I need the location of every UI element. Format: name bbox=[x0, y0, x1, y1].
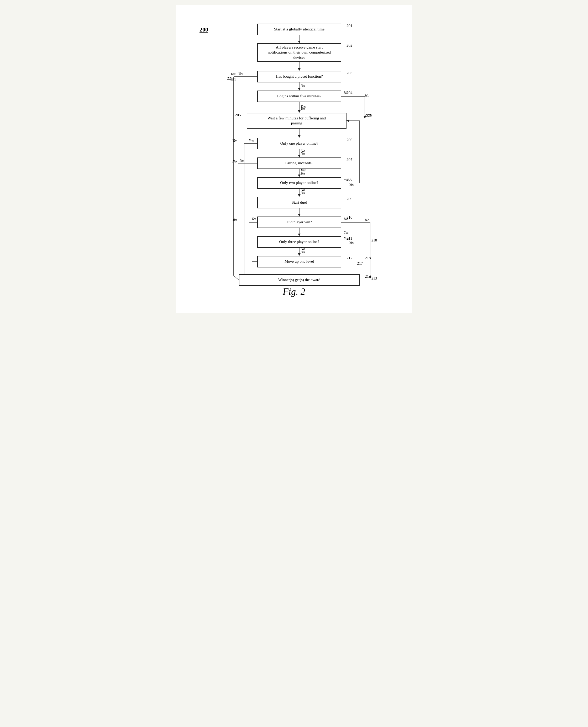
label-220: 220 bbox=[365, 113, 371, 117]
ref-213: 213 bbox=[365, 274, 371, 279]
label-no-210: No bbox=[365, 218, 370, 222]
label-no-204: No bbox=[365, 93, 370, 98]
svg-marker-57 bbox=[298, 253, 300, 256]
ref-207: 207 bbox=[346, 157, 353, 162]
label-yes-204: Yes bbox=[300, 104, 306, 109]
ref-201: 201 bbox=[346, 24, 353, 28]
ref-205: 205 bbox=[235, 113, 241, 117]
ref-218: 218 bbox=[365, 256, 371, 260]
figure-caption: Fig. 2 bbox=[192, 286, 396, 297]
box-201: Start at a globally identical time bbox=[257, 24, 341, 35]
svg-marker-41 bbox=[298, 214, 300, 216]
label-221: 221 bbox=[227, 76, 233, 81]
ref-210: 210 bbox=[346, 215, 353, 220]
box-212: Move up one level bbox=[257, 256, 341, 268]
label-yes-203: Yes bbox=[230, 72, 235, 77]
svg-marker-30 bbox=[298, 174, 300, 177]
box-202: All players receive game start notificat… bbox=[257, 43, 341, 62]
svg-text:Yes: Yes bbox=[344, 231, 349, 234]
svg-marker-20 bbox=[298, 135, 300, 138]
diagram-title: 200 bbox=[200, 26, 208, 33]
ref-203: 203 bbox=[346, 71, 353, 75]
ref-217: 217 bbox=[357, 261, 363, 265]
ref-208: 208 bbox=[346, 177, 353, 181]
box-210: Did player win? bbox=[257, 216, 341, 228]
svg-marker-25 bbox=[298, 155, 300, 157]
svg-marker-51 bbox=[298, 234, 300, 236]
label-no-208: No bbox=[300, 188, 305, 192]
svg-marker-1 bbox=[298, 41, 300, 43]
box-206: Only one player online? bbox=[257, 138, 341, 149]
label-yes-210: Yes bbox=[232, 217, 237, 222]
box-204: Logins within five minutes? bbox=[257, 90, 341, 102]
box-208: Only two player online? bbox=[257, 177, 341, 189]
svg-marker-3 bbox=[298, 68, 300, 71]
box-205: Wait a few minutes for buffering and pai… bbox=[247, 113, 346, 129]
box-211: Only three player online? bbox=[257, 236, 341, 248]
ref-212: 212 bbox=[346, 256, 353, 260]
svg-marker-12 bbox=[298, 110, 300, 113]
label-no-211: No bbox=[300, 247, 305, 251]
label-yes-208: Yes bbox=[349, 183, 354, 187]
label-yes-207: Yes bbox=[300, 168, 306, 172]
svg-text:Yes: Yes bbox=[238, 72, 243, 76]
label-no-206: No bbox=[300, 149, 305, 153]
ref-211: 211 bbox=[346, 236, 352, 241]
diagram-container: 200 No Yes 221 Yes bbox=[192, 16, 396, 278]
box-207: Pairing succeeds? bbox=[257, 157, 341, 169]
page: 200 No Yes 221 Yes bbox=[176, 5, 412, 313]
ref-204: 204 bbox=[346, 90, 353, 95]
svg-text:213: 213 bbox=[372, 276, 377, 280]
label-yes-211: Yes bbox=[349, 240, 354, 245]
label-no-207: No bbox=[232, 159, 237, 164]
svg-marker-35 bbox=[346, 120, 349, 122]
box-209: Start duel bbox=[257, 197, 341, 208]
svg-line-63 bbox=[234, 276, 239, 280]
svg-text:No: No bbox=[300, 84, 305, 88]
svg-text:No: No bbox=[239, 158, 244, 163]
svg-marker-5 bbox=[298, 88, 300, 90]
ref-209: 209 bbox=[346, 197, 353, 201]
ref-206: 206 bbox=[346, 138, 353, 142]
ref-202: 202 bbox=[346, 43, 353, 48]
box-217: Winner(s) get(s) the award bbox=[239, 274, 360, 286]
label-yes-206: Yes bbox=[232, 138, 237, 143]
svg-text:218: 218 bbox=[372, 238, 377, 242]
svg-marker-38 bbox=[298, 194, 300, 197]
box-203: Has bought a preset function? bbox=[257, 71, 341, 82]
svg-text:Yes: Yes bbox=[251, 217, 256, 221]
svg-text:Yes: Yes bbox=[249, 139, 254, 143]
